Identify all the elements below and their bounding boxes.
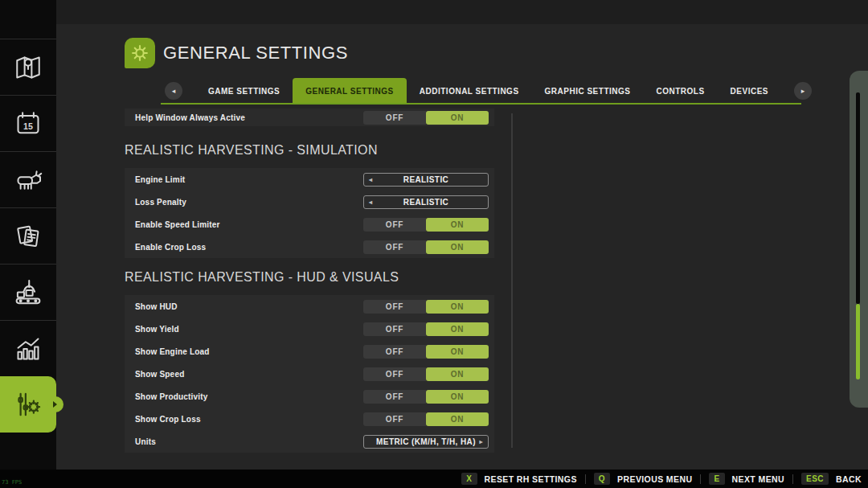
tab-devices[interactable]: DEVICES bbox=[718, 78, 781, 104]
loss-penalty-selector[interactable]: ◂ REALISTIC bbox=[363, 195, 489, 209]
settings-list: Help Window Always Active OFF ON REALIST… bbox=[125, 109, 494, 453]
sidebar-item-contracts[interactable] bbox=[0, 207, 56, 264]
toggle-off-button[interactable]: OFF bbox=[363, 300, 426, 314]
fps-counter: 73 FPS bbox=[2, 479, 22, 486]
hint-label: BACK bbox=[836, 474, 862, 484]
setting-label: Units bbox=[135, 437, 363, 446]
toggle-off-button[interactable]: OFF bbox=[363, 111, 426, 125]
sidebar-item-map[interactable] bbox=[0, 39, 56, 95]
map-icon bbox=[12, 51, 44, 84]
prev-arrow-icon: ◂ bbox=[172, 87, 176, 95]
page-gear-icon bbox=[125, 38, 155, 68]
hint-next-menu[interactable]: E NEXT MENU bbox=[709, 473, 784, 485]
toggle-off-button[interactable]: OFF bbox=[363, 322, 426, 336]
tab-bar: ◂ GAME SETTINGS GENERAL SETTINGS ADDITIO… bbox=[165, 78, 812, 104]
toggle-on-button[interactable]: ON bbox=[426, 322, 489, 336]
units-selector[interactable]: METRIC (KM/H, T/H, HA) ▸ bbox=[363, 435, 489, 449]
cow-icon bbox=[12, 164, 44, 196]
hint-separator bbox=[792, 474, 793, 484]
show-hud-toggle[interactable]: OFF ON bbox=[363, 300, 489, 314]
settings-panel-hud: Show HUD OFF ON Show Yield OFF ON Show E… bbox=[125, 295, 494, 453]
setting-row-show-speed: Show Speed OFF ON bbox=[125, 363, 494, 385]
engine-limit-selector[interactable]: ◂ REALISTIC bbox=[363, 173, 489, 187]
toggle-off-button[interactable]: OFF bbox=[363, 390, 426, 404]
setting-label: Show Crop Loss bbox=[135, 415, 363, 424]
tabs-prev-button[interactable]: ◂ bbox=[165, 82, 182, 100]
sidebar-item-statistics[interactable] bbox=[0, 320, 56, 376]
toggle-off-button[interactable]: OFF bbox=[363, 367, 426, 381]
toggle-off-button[interactable]: OFF bbox=[363, 345, 426, 359]
page-scrollbar bbox=[850, 71, 868, 408]
sidebar-item-settings[interactable] bbox=[0, 376, 56, 433]
tab-additional-settings[interactable]: ADDITIONAL SETTINGS bbox=[407, 78, 532, 104]
toggle-on-button[interactable]: ON bbox=[426, 390, 489, 404]
calendar-icon: 15 bbox=[12, 108, 44, 140]
page-scrollbar-thumb[interactable] bbox=[856, 304, 860, 379]
setting-label: Show Engine Load bbox=[135, 347, 363, 356]
selector-value: METRIC (KM/H, T/H, HA) bbox=[376, 437, 476, 446]
sidebar-item-animals[interactable] bbox=[0, 151, 56, 207]
setting-label: Show HUD bbox=[135, 302, 363, 311]
sidebar: 15 bbox=[0, 0, 56, 488]
setting-label: Help Window Always Active bbox=[135, 113, 363, 122]
toggle-on-button[interactable]: ON bbox=[426, 412, 489, 426]
selector-right-arrow-icon[interactable]: ▸ bbox=[480, 436, 483, 448]
page-scrollbar-track[interactable] bbox=[856, 92, 860, 304]
game-settings-screen: 15 bbox=[0, 0, 868, 488]
setting-row-show-productivity: Show Productivity OFF ON bbox=[125, 385, 494, 408]
show-engine-load-toggle[interactable]: OFF ON bbox=[363, 345, 489, 359]
hint-back[interactable]: ESC BACK bbox=[801, 473, 862, 485]
hint-separator bbox=[700, 474, 701, 484]
toggle-on-button[interactable]: ON bbox=[426, 300, 489, 314]
hint-label: NEXT MENU bbox=[732, 474, 784, 484]
tab-underline bbox=[161, 103, 801, 105]
selector-value: REALISTIC bbox=[403, 175, 448, 184]
hint-reset-rh-settings[interactable]: X RESET RH SETTINGS bbox=[461, 473, 576, 485]
hint-previous-menu[interactable]: Q PREVIOUS MENU bbox=[594, 473, 693, 485]
setting-row-show-crop-loss: Show Crop Loss OFF ON bbox=[125, 408, 494, 430]
settings-scrollbar-track[interactable] bbox=[511, 113, 513, 448]
setting-row-loss-penalty: Loss Penalty ◂ REALISTIC bbox=[125, 191, 494, 213]
toggle-on-button[interactable]: ON bbox=[426, 111, 489, 125]
hint-separator bbox=[585, 474, 586, 484]
tab-graphic-settings[interactable]: GRAPHIC SETTINGS bbox=[532, 78, 644, 104]
settings-panel-simulation: Engine Limit ◂ REALISTIC Loss Penalty ◂ … bbox=[125, 168, 494, 258]
production-icon bbox=[12, 277, 44, 309]
enable-crop-loss-toggle[interactable]: OFF ON bbox=[363, 240, 489, 254]
tabs-next-button[interactable]: ▸ bbox=[794, 82, 812, 100]
toggle-on-button[interactable]: ON bbox=[426, 240, 489, 254]
toggle-on-button[interactable]: ON bbox=[426, 367, 489, 381]
key-badge-x: X bbox=[461, 473, 477, 485]
tab-game-settings[interactable]: GAME SETTINGS bbox=[195, 78, 293, 104]
toggle-on-button[interactable]: ON bbox=[426, 345, 489, 359]
page-title: GENERAL SETTINGS bbox=[163, 43, 348, 64]
show-productivity-toggle[interactable]: OFF ON bbox=[363, 390, 489, 404]
enable-speed-limiter-toggle[interactable]: OFF ON bbox=[363, 218, 489, 232]
settings-sliders-icon bbox=[12, 388, 44, 420]
show-crop-loss-toggle[interactable]: OFF ON bbox=[363, 412, 489, 426]
setting-row-help-window: Help Window Always Active OFF ON bbox=[125, 109, 494, 126]
toggle-on-button[interactable]: ON bbox=[426, 218, 489, 232]
toggle-off-button[interactable]: OFF bbox=[363, 412, 426, 426]
sidebar-item-calendar[interactable]: 15 bbox=[0, 95, 56, 151]
hint-label: PREVIOUS MENU bbox=[617, 474, 692, 484]
show-speed-toggle[interactable]: OFF ON bbox=[363, 367, 489, 381]
tab-controls[interactable]: CONTROLS bbox=[643, 78, 717, 104]
tab-general-settings[interactable]: GENERAL SETTINGS bbox=[293, 78, 407, 104]
selector-left-arrow-icon[interactable]: ◂ bbox=[369, 196, 372, 208]
show-yield-toggle[interactable]: OFF ON bbox=[363, 322, 489, 336]
section-title-hud-visuals: REALISTIC HARVESTING - HUD & VISUALS bbox=[125, 270, 494, 285]
toggle-off-button[interactable]: OFF bbox=[363, 218, 426, 232]
help-window-toggle[interactable]: OFF ON bbox=[363, 111, 489, 125]
setting-label: Show Productivity bbox=[135, 392, 363, 401]
settings-panel-top: Help Window Always Active OFF ON bbox=[125, 109, 494, 126]
selector-left-arrow-icon[interactable]: ◂ bbox=[369, 174, 372, 186]
documents-icon bbox=[12, 220, 44, 252]
calendar-day-label: 15 bbox=[23, 121, 33, 130]
bottom-bar: 73 FPS X RESET RH SETTINGS Q PREVIOUS ME… bbox=[0, 470, 868, 488]
sidebar-active-bump bbox=[47, 396, 63, 412]
sidebar-item-production[interactable] bbox=[0, 264, 56, 320]
toggle-off-button[interactable]: OFF bbox=[363, 240, 426, 254]
next-arrow-icon: ▸ bbox=[801, 87, 805, 95]
setting-label: Show Speed bbox=[135, 370, 363, 379]
